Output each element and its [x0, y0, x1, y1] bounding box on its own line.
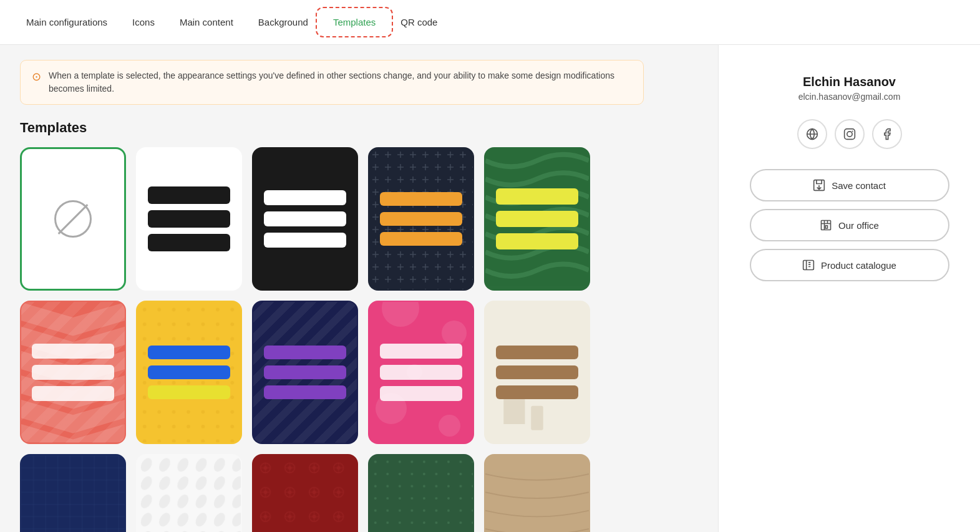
product-catalogue-label: Product catalogue — [821, 260, 896, 271]
action-buttons: Save contact Our office Product catalogu… — [750, 169, 949, 281]
tab-templates-wrapper: Templates — [322, 11, 387, 34]
globe-icon — [806, 128, 818, 140]
tab-main-content[interactable]: Main content — [168, 11, 245, 34]
info-banner: ⊙ When a template is selected, the appea… — [20, 60, 644, 105]
main-content-area: ⊙ When a template is selected, the appea… — [0, 45, 718, 532]
template-card-dark-teal[interactable] — [368, 454, 474, 532]
template-card-navy-purple[interactable] — [252, 301, 358, 444]
no-template-icon — [54, 200, 92, 238]
top-navigation: Main configurations Icons Main content B… — [0, 0, 980, 45]
right-panel: Elchin Hasanov elcin.hasanov@gmail.com — [718, 45, 980, 532]
svg-rect-24 — [825, 226, 827, 228]
instagram-button[interactable] — [835, 119, 865, 149]
template-bar — [148, 365, 231, 379]
template-bar — [264, 365, 347, 379]
template-bar — [380, 192, 463, 206]
template-bars — [496, 188, 579, 249]
blob — [382, 302, 419, 327]
template-card-pink-white[interactable] — [368, 301, 474, 444]
tan-pattern-svg — [485, 455, 589, 532]
template-bar — [148, 385, 231, 399]
template-card-dark-red[interactable] — [252, 454, 358, 532]
svg-rect-8 — [21, 456, 125, 532]
svg-rect-10 — [137, 456, 241, 532]
svg-rect-19 — [844, 129, 855, 140]
tab-qr-code[interactable]: QR code — [389, 11, 449, 34]
white-pattern-svg — [137, 455, 241, 532]
blob — [439, 415, 460, 437]
template-bar — [496, 385, 579, 399]
template-bar — [496, 211, 579, 227]
our-office-button[interactable]: Our office — [750, 209, 949, 241]
template-bar — [264, 211, 347, 226]
template-card-cream-brown[interactable] — [484, 301, 590, 444]
red-pattern-svg — [253, 455, 357, 532]
template-card-white-black[interactable] — [136, 147, 242, 291]
template-bars — [380, 344, 463, 401]
blob — [442, 321, 467, 346]
template-grid — [20, 147, 594, 532]
template-bar — [264, 346, 347, 359]
template-bar — [148, 234, 231, 251]
template-bar — [380, 232, 463, 246]
template-card-yellow-blue[interactable] — [136, 301, 242, 444]
tab-background[interactable]: Background — [247, 11, 319, 34]
template-card-red-white[interactable] — [20, 301, 126, 444]
profile-name: Elchin Hasanov — [803, 75, 896, 89]
save-contact-button[interactable]: Save contact — [750, 169, 949, 201]
catalogue-icon — [802, 259, 815, 271]
tab-templates[interactable]: Templates — [322, 11, 387, 34]
social-icons-row — [797, 119, 902, 149]
template-card-dark-orange[interactable] — [368, 147, 474, 291]
tab-main-configurations[interactable]: Main configurations — [15, 11, 119, 34]
template-bar — [380, 212, 463, 226]
template-bars — [148, 346, 231, 399]
banner-text: When a template is selected, the appeara… — [49, 69, 632, 95]
template-bar — [380, 386, 463, 401]
template-bar — [496, 365, 579, 379]
template-card-none[interactable] — [20, 147, 126, 291]
template-bar — [380, 344, 463, 359]
template-bar — [264, 190, 347, 205]
globe-button[interactable] — [797, 119, 827, 149]
template-bar — [148, 186, 231, 204]
main-layout: ⊙ When a template is selected, the appea… — [0, 45, 980, 532]
template-bar — [264, 385, 347, 399]
template-bar — [32, 365, 115, 380]
template-bars — [264, 346, 347, 399]
svg-rect-6 — [531, 406, 543, 430]
template-bar — [496, 346, 579, 359]
template-bar — [32, 386, 115, 401]
warning-icon: ⊙ — [32, 70, 41, 84]
template-card-black-white[interactable] — [252, 147, 358, 291]
grid-pattern-svg — [21, 455, 125, 532]
our-office-label: Our office — [838, 220, 879, 231]
facebook-icon — [881, 128, 893, 140]
facebook-button[interactable] — [872, 119, 902, 149]
section-title: Templates — [20, 120, 698, 136]
svg-rect-17 — [369, 456, 473, 532]
template-card-dark-blue[interactable] — [20, 454, 126, 532]
template-card-tan[interactable] — [484, 454, 590, 532]
svg-point-20 — [847, 132, 851, 137]
instagram-icon — [843, 128, 856, 140]
template-bars — [32, 344, 115, 401]
template-bar — [264, 233, 347, 248]
template-card-white-pattern[interactable] — [136, 454, 242, 532]
save-contact-icon — [813, 179, 825, 191]
tab-icons[interactable]: Icons — [121, 11, 166, 34]
template-bars — [148, 186, 231, 251]
template-bar — [148, 210, 231, 228]
template-bar — [496, 188, 579, 205]
template-bars — [380, 192, 463, 246]
template-card-green-yellow[interactable] — [484, 147, 590, 291]
product-catalogue-button[interactable]: Product catalogue — [750, 249, 949, 281]
teal-pattern-svg — [369, 455, 473, 532]
template-bar — [496, 233, 579, 249]
svg-point-21 — [851, 130, 853, 132]
template-bars — [496, 346, 579, 399]
template-bar — [380, 365, 463, 380]
office-icon — [820, 219, 832, 231]
save-contact-label: Save contact — [832, 180, 886, 191]
template-bar — [32, 344, 115, 359]
